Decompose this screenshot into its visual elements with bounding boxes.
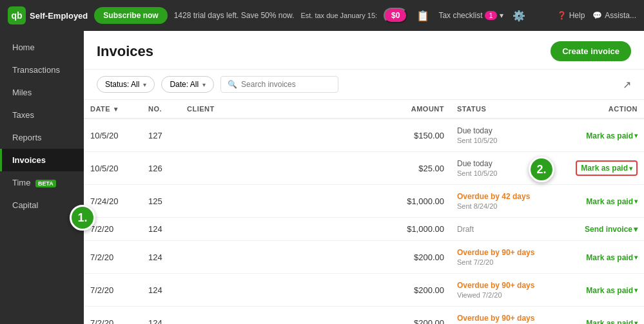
cell-amount: $200.00 bbox=[380, 307, 451, 325]
cell-action[interactable]: Mark as paid ▾ bbox=[554, 241, 644, 274]
tax-checklist-label: Tax checklist bbox=[438, 11, 482, 20]
mark-as-paid-button[interactable]: Mark as paid ▾ bbox=[586, 286, 638, 295]
caret-icon: ▾ bbox=[634, 287, 638, 294]
col-date: DATE ▼ bbox=[84, 100, 142, 119]
caret-icon: ▾ bbox=[634, 132, 638, 139]
logo-area: qb Self-Employed bbox=[8, 6, 88, 24]
search-box[interactable]: 🔍 bbox=[220, 76, 338, 93]
col-client: CLIENT bbox=[181, 100, 380, 119]
status-filter-dropdown[interactable]: Status: All ▾ bbox=[97, 76, 155, 93]
cell-client bbox=[181, 241, 380, 274]
sidebar-item-home[interactable]: Home bbox=[0, 36, 84, 59]
page-title: Invoices bbox=[97, 43, 153, 60]
beta-badge: BETA bbox=[35, 180, 56, 187]
mark-as-paid-button[interactable]: Mark as paid ▾ bbox=[581, 164, 632, 173]
cell-action[interactable]: Mark as paid ▾ bbox=[554, 119, 644, 152]
logo-icon: qb bbox=[8, 6, 26, 24]
status-sub: Viewed 7/2/20 bbox=[457, 291, 502, 299]
settings-icon[interactable]: ⚙️ bbox=[510, 7, 528, 24]
topbar-right: ❓ Help 💬 Assista... bbox=[557, 11, 636, 20]
sidebar-item-time[interactable]: Time BETA bbox=[0, 171, 84, 194]
col-status: STATUS bbox=[451, 100, 554, 119]
annotation-circle-1: 1. bbox=[70, 205, 95, 231]
mark-as-paid-button[interactable]: Mark as paid ▾ bbox=[586, 319, 638, 325]
chat-icon: 💬 bbox=[592, 11, 602, 20]
status-sub: Sent 10/5/20 bbox=[457, 137, 497, 144]
sidebar-item-reports[interactable]: Reports bbox=[0, 126, 84, 149]
cell-no: 124 bbox=[142, 274, 181, 307]
status-text: Due today bbox=[457, 159, 493, 168]
cell-action[interactable]: Mark as paid ▾ bbox=[554, 185, 644, 218]
table-row: 7/2/20 124 $200.00 Overdue by 90+ daysSe… bbox=[84, 241, 644, 274]
clipboard-icon[interactable]: 📋 bbox=[414, 7, 432, 24]
sidebar-item-invoices[interactable]: Invoices bbox=[0, 149, 84, 171]
mark-as-paid-button[interactable]: Mark as paid ▾ bbox=[586, 131, 638, 140]
content-area: Invoices Create invoice Status: All ▾ Da… bbox=[84, 31, 644, 324]
cell-action[interactable]: Send invoice ▾ bbox=[554, 218, 644, 241]
col-no: NO. bbox=[142, 100, 181, 119]
status-sub: Sent 7/2/20 bbox=[457, 258, 493, 266]
send-invoice-button[interactable]: Send invoice ▾ bbox=[585, 225, 638, 234]
cell-no: 126 bbox=[142, 152, 181, 185]
cell-client bbox=[181, 185, 380, 218]
status-overdue: Overdue by 90+ days bbox=[457, 248, 534, 257]
cell-date: 10/5/20 bbox=[84, 119, 142, 152]
mark-as-paid-button[interactable]: Mark as paid ▾ bbox=[586, 253, 638, 262]
caret-icon: ▾ bbox=[634, 319, 638, 324]
cell-amount: $1,000.00 bbox=[380, 185, 451, 218]
cell-status: Overdue by 90+ daysSent 7/2/20 bbox=[451, 241, 554, 274]
cell-date: 7/2/20 bbox=[84, 241, 142, 274]
date-filter-label: Date: All bbox=[170, 80, 199, 89]
date-chevron-icon: ▾ bbox=[202, 81, 206, 88]
content-header: Invoices Create invoice bbox=[84, 31, 644, 70]
col-amount: AMOUNT bbox=[380, 100, 451, 119]
status-overdue: Overdue by 90+ days bbox=[457, 314, 534, 323]
sidebar-item-miles[interactable]: Miles bbox=[0, 81, 84, 104]
cell-client bbox=[181, 274, 380, 307]
sidebar: Home Transactions Miles Taxes Reports In… bbox=[0, 31, 84, 324]
table-row: 7/2/20 124 $1,000.00 Draft Send invoice … bbox=[84, 218, 644, 241]
sidebar-item-transactions[interactable]: Transactions bbox=[0, 59, 84, 81]
cell-status: Overdue by 90+ daysSent 7/2/20 bbox=[451, 307, 554, 325]
dollar-amount-badge[interactable]: $0 bbox=[384, 8, 407, 23]
status-sub: Sent 10/5/20 bbox=[457, 169, 497, 177]
tax-chevron-icon[interactable]: ▾ bbox=[500, 11, 503, 20]
cell-date: 7/2/20 bbox=[84, 307, 142, 325]
status-draft: Draft bbox=[457, 225, 474, 234]
cell-status: Overdue by 90+ daysViewed 7/2/20 bbox=[451, 274, 554, 307]
mark-as-paid-button[interactable]: Mark as paid ▾ bbox=[586, 197, 638, 206]
cell-client bbox=[181, 307, 380, 325]
table-row: 7/24/20 125 $1,000.00 Overdue by 42 days… bbox=[84, 185, 644, 218]
create-invoice-button[interactable]: Create invoice bbox=[551, 41, 631, 61]
status-filter-label: Status: All bbox=[105, 80, 139, 89]
tax-checklist[interactable]: Tax checklist 1 ▾ bbox=[438, 11, 503, 20]
filters-row: Status: All ▾ Date: All ▾ 🔍 ↗ bbox=[84, 70, 644, 100]
cell-action[interactable]: Mark as paid ▾ bbox=[554, 274, 644, 307]
status-chevron-icon: ▾ bbox=[143, 81, 146, 88]
main-layout: Home Transactions Miles Taxes Reports In… bbox=[0, 31, 644, 324]
subscribe-button[interactable]: Subscribe now bbox=[94, 7, 167, 24]
cell-action[interactable]: Mark as paid ▾ bbox=[554, 307, 644, 325]
trial-text: 1428 trial days left. Save 50% now. bbox=[174, 11, 295, 20]
search-input[interactable] bbox=[241, 80, 331, 89]
annotation-circle-2: 2. bbox=[529, 157, 554, 182]
caret-icon: ▾ bbox=[634, 254, 638, 261]
date-filter-dropdown[interactable]: Date: All ▾ bbox=[161, 76, 214, 93]
mark-as-paid-highlighted[interactable]: Mark as paid ▾ bbox=[576, 160, 638, 176]
table-row: 10/5/20 127 $150.00 Due todaySent 10/5/2… bbox=[84, 119, 644, 152]
table-row: 7/2/20 124 $200.00 Overdue by 90+ daysVi… bbox=[84, 274, 644, 307]
status-sub: Sent 8/24/20 bbox=[457, 202, 497, 210]
assistant-button[interactable]: 💬 Assista... bbox=[592, 11, 636, 20]
table-row: 7/2/20 124 $200.00 Overdue by 90+ daysSe… bbox=[84, 307, 644, 325]
assist-label: Assista... bbox=[605, 11, 636, 20]
sidebar-item-taxes[interactable]: Taxes bbox=[0, 104, 84, 126]
caret-icon: ▾ bbox=[634, 225, 638, 234]
cell-amount: $25.00 bbox=[380, 152, 451, 185]
cell-status: Due todaySent 10/5/20 bbox=[451, 119, 554, 152]
cell-amount: $150.00 bbox=[380, 119, 451, 152]
export-icon[interactable]: ↗ bbox=[623, 79, 631, 91]
help-button[interactable]: ❓ Help bbox=[557, 11, 585, 20]
table-row: 10/5/20 126 $25.00 Due todaySent 10/5/20… bbox=[84, 152, 644, 185]
sort-arrow-icon: ▼ bbox=[113, 106, 119, 113]
cell-action[interactable]: Mark as paid ▾ bbox=[554, 152, 644, 185]
